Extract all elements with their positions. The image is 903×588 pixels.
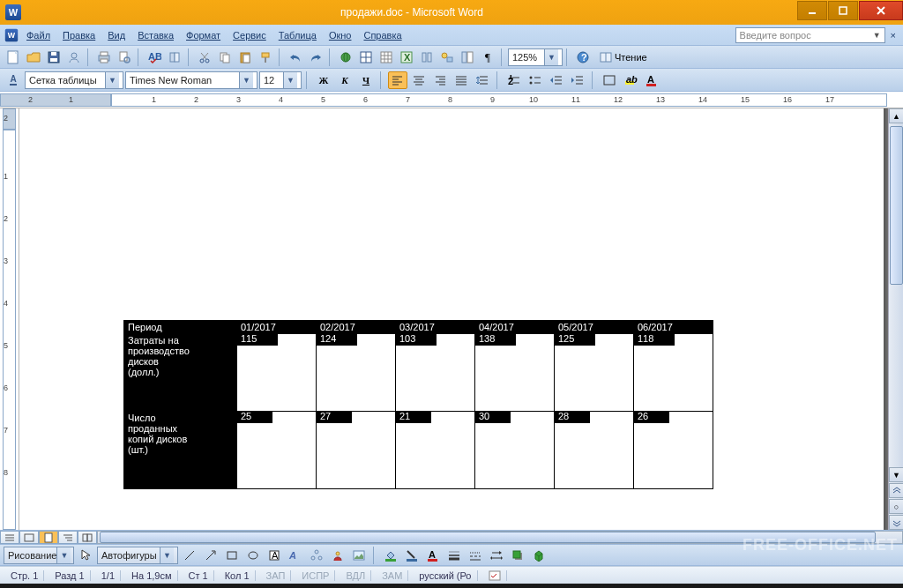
dash-style-button[interactable]	[466, 546, 485, 565]
excel-button[interactable]: X	[397, 48, 416, 67]
textbox-button[interactable]: A	[265, 546, 284, 565]
underline-button[interactable]: Ч	[356, 71, 376, 89]
header-cell[interactable]: 01/2017	[237, 321, 317, 334]
paste-button[interactable]	[235, 48, 255, 67]
status-col[interactable]: Кол 1	[220, 570, 256, 581]
chevron-down-icon[interactable]: ▼	[160, 547, 174, 563]
research-button[interactable]	[165, 48, 184, 67]
start-button[interactable]	[2, 584, 44, 588]
font-color-draw-button[interactable]: A	[423, 546, 443, 565]
status-spell-icon[interactable]	[483, 570, 507, 581]
header-cell[interactable]: 04/2017	[475, 321, 555, 334]
align-left-button[interactable]	[388, 71, 407, 89]
header-cell[interactable]: 06/2017	[634, 321, 713, 334]
minimize-button[interactable]	[797, 1, 827, 20]
scroll-thumb[interactable]	[890, 126, 903, 285]
chevron-down-icon[interactable]: ▼	[873, 31, 881, 40]
close-button[interactable]	[859, 1, 903, 20]
taskbar-store[interactable]	[123, 584, 163, 588]
spellcheck-button[interactable]: ABC	[145, 48, 164, 67]
data-cell[interactable]: 27	[317, 412, 396, 489]
redo-button[interactable]	[306, 48, 325, 67]
bulleted-list-button[interactable]	[526, 71, 545, 89]
menu-file[interactable]: Файл	[21, 28, 56, 42]
menu-insert[interactable]: Вставка	[132, 28, 179, 42]
data-cell[interactable]: 28	[555, 412, 634, 489]
menu-window[interactable]: Окно	[324, 28, 357, 42]
picture-button[interactable]	[349, 546, 369, 565]
menu-format[interactable]: Формат	[181, 28, 226, 42]
status-pages[interactable]: 1/1	[96, 570, 121, 581]
line-button[interactable]	[180, 546, 199, 565]
cut-button[interactable]	[195, 48, 214, 67]
browse-next-button[interactable]	[889, 515, 903, 530]
copy-button[interactable]	[215, 48, 235, 67]
zoom-combo[interactable]: 125% ▼	[508, 48, 563, 66]
ask-question-input[interactable]: Введите вопрос ▼	[735, 27, 885, 43]
styles-pane-button[interactable]: A	[4, 71, 23, 90]
menu-table[interactable]: Таблица	[273, 28, 322, 42]
arrow-style-button[interactable]	[487, 546, 506, 565]
menu-view[interactable]: Вид	[102, 28, 131, 42]
print-button[interactable]	[94, 48, 114, 67]
data-cell[interactable]: 138	[475, 334, 555, 412]
decrease-indent-button[interactable]	[547, 71, 566, 89]
vertical-ruler[interactable]: 2 1 2 3 4 5 6 7 8	[0, 108, 19, 530]
document-page[interactable]: Период 01/2017 02/2017 03/2017 04/2017 0…	[19, 108, 884, 530]
align-justify-button[interactable]	[452, 71, 471, 89]
header-cell[interactable]: 03/2017	[396, 321, 475, 334]
font-size-combo[interactable]: 12▼	[259, 71, 302, 89]
data-cell[interactable]: 30	[475, 412, 555, 489]
print-preview-button[interactable]	[115, 48, 134, 67]
line-color-button[interactable]	[402, 546, 422, 565]
font-color-button[interactable]: A	[642, 71, 661, 89]
shadow-button[interactable]	[508, 546, 527, 565]
borders-button[interactable]	[600, 71, 619, 89]
status-trk[interactable]: ИСПР	[296, 570, 335, 581]
horizontal-ruler[interactable]: L 2 1 1 2 3 4 5 6 7 8 9 10 11 12 13 14 1…	[0, 92, 903, 108]
align-center-button[interactable]	[409, 71, 429, 89]
status-section[interactable]: Разд 1	[49, 570, 90, 581]
status-line[interactable]: Ст 1	[183, 570, 214, 581]
scroll-up-button[interactable]: ▲	[889, 108, 903, 123]
tables-borders-button[interactable]	[356, 48, 376, 67]
data-cell[interactable]: 103	[396, 334, 475, 412]
header-cell[interactable]: Период	[124, 321, 237, 334]
menu-edit[interactable]: Правка	[57, 28, 101, 42]
clipart-button[interactable]	[328, 546, 347, 565]
line-spacing-button[interactable]	[473, 71, 492, 89]
font-combo[interactable]: Times New Roman▼	[125, 71, 257, 89]
diagram-button[interactable]	[307, 546, 326, 565]
outline-view-button[interactable]	[58, 531, 78, 544]
help-button[interactable]: ?	[573, 48, 593, 67]
oval-button[interactable]	[243, 546, 263, 565]
taskbar-word[interactable]: W	[203, 584, 243, 588]
page-viewport[interactable]: Период 01/2017 02/2017 03/2017 04/2017 0…	[19, 108, 903, 530]
reading-mode-button[interactable]: Чтение	[593, 48, 653, 67]
status-ext[interactable]: ВДЛ	[340, 570, 371, 581]
insert-table-button[interactable]	[377, 48, 396, 67]
bold-button[interactable]: Ж	[314, 71, 333, 89]
rectangle-button[interactable]	[222, 546, 242, 565]
browse-select-button[interactable]: ○	[889, 499, 903, 514]
highlight-button[interactable]: ab	[621, 71, 640, 89]
align-right-button[interactable]	[430, 71, 450, 89]
hyperlink-button[interactable]	[336, 48, 355, 67]
row-label-cell[interactable]: Затраты на производство дисков (долл.)	[124, 334, 237, 412]
status-ovr[interactable]: ЗАМ	[377, 570, 408, 581]
web-view-button[interactable]	[19, 531, 39, 544]
browse-prev-button[interactable]	[889, 483, 903, 498]
menu-help[interactable]: Справка	[358, 28, 407, 42]
increase-indent-button[interactable]	[568, 71, 587, 89]
status-lang[interactable]: русский (Ро	[414, 570, 477, 581]
menu-tools[interactable]: Сервис	[228, 28, 272, 42]
autoshapes-menu[interactable]: Автофигуры▼	[97, 547, 178, 564]
reading-view-button[interactable]	[78, 531, 97, 544]
print-layout-button[interactable]	[39, 531, 58, 544]
status-page[interactable]: Стр. 1	[5, 570, 44, 581]
data-cell[interactable]: 21	[396, 412, 475, 489]
draw-menu[interactable]: Рисование▼	[4, 547, 74, 564]
chevron-down-icon[interactable]: ▼	[56, 547, 71, 563]
menu-close-x[interactable]: ×	[887, 28, 899, 42]
normal-view-button[interactable]	[0, 531, 19, 544]
